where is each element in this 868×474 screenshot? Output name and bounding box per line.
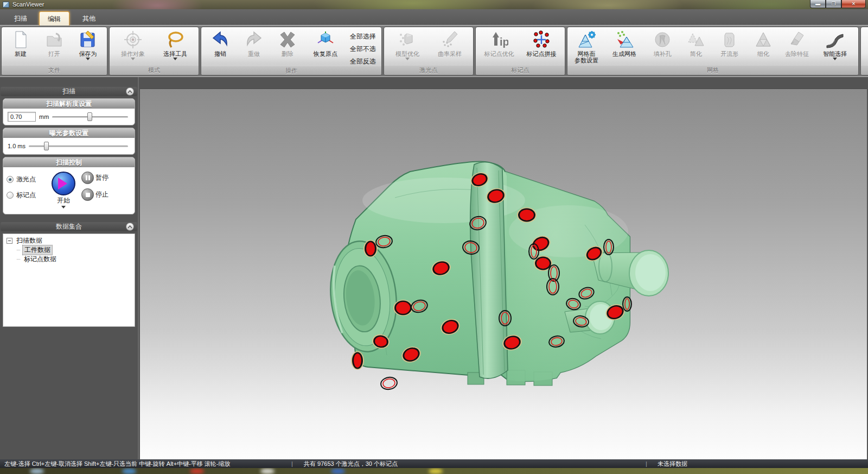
button-label: 删除 <box>282 50 293 57</box>
radio-dot-icon[interactable] <box>7 192 14 199</box>
slider-handle[interactable] <box>87 112 92 121</box>
resolution-title: 扫描解析度设置 <box>3 99 135 109</box>
button-label: 细化 <box>757 50 769 57</box>
model-optimize-button[interactable]: 模型优化 <box>387 29 427 62</box>
maximize-button[interactable]: ❐ <box>826 0 841 8</box>
ribbon-group-caption: 视图 <box>861 66 868 75</box>
tab-edit[interactable]: 编辑 <box>39 11 69 26</box>
tree-root-scan-data[interactable]: 扫描数据 <box>4 236 133 245</box>
ribbon-group-view: 设置 旋转中心 R 重置 旋转中心 1:1 最佳视区 视图 <box>860 27 868 75</box>
delete-button[interactable]: 删除 <box>272 29 303 57</box>
tree-branch-line: ··· <box>16 247 20 253</box>
dropdown-arrow-icon[interactable] <box>61 206 66 211</box>
button-label: 保存为 <box>79 50 97 57</box>
status-separator: | <box>646 459 647 468</box>
pause-label: 暂停 <box>95 173 108 182</box>
ribbon-group-caption: 网格 <box>567 66 858 75</box>
smart-select-button[interactable]: 智能选择 <box>815 29 855 62</box>
deselect-all-button[interactable]: 全部不选 <box>348 45 378 54</box>
open-manifold-button[interactable]: 开流形 <box>714 29 745 57</box>
button-label: 标记点优化 <box>484 50 514 57</box>
status-hint: 左键-选择 Ctrl+左键-取消选择 Shift+左键-只选当前 中键-旋转 A… <box>4 459 231 468</box>
axis-cube-icon <box>316 30 335 49</box>
smart-select-icon <box>825 30 845 49</box>
data-panel-header[interactable]: 数据集合 <box>1 222 137 231</box>
close-button[interactable]: ✕ <box>841 0 866 8</box>
generate-mesh-button[interactable]: 生成网格 <box>604 29 644 57</box>
ribbon: 新建 打开 保存为 文件 <box>0 26 868 77</box>
select-tool-button[interactable]: 选择工具 <box>155 29 195 62</box>
remove-feature-button[interactable]: 去除特征 <box>781 29 813 57</box>
undo-arrow-icon <box>210 30 230 49</box>
curvature-sample-button[interactable]: 曲率采样 <box>430 29 470 57</box>
delete-x-icon <box>278 30 297 49</box>
invert-selection-button[interactable]: 全部反选 <box>348 57 378 66</box>
operation-object-button[interactable]: 操作对象 <box>113 29 153 62</box>
undo-button[interactable]: 撤销 <box>205 29 236 57</box>
exposure-value: 1.0 ms <box>8 143 25 149</box>
mesh-settings-button[interactable]: 网格面 参数设置 <box>571 29 602 64</box>
marker-point[interactable] <box>393 300 413 316</box>
ribbon-tab-strip: 扫描 编辑 其他 <box>0 9 868 26</box>
scanned-model[interactable] <box>326 161 668 390</box>
redo-button[interactable]: 重做 <box>238 29 270 57</box>
marker-optimize-button[interactable]: ip 标记点优化 <box>479 29 519 57</box>
resolution-slider[interactable] <box>52 112 130 122</box>
status-bar: 左键-选择 Ctrl+左键-取消选择 Shift+左键-只选当前 中键-旋转 A… <box>0 459 868 468</box>
dropdown-arrow-icon[interactable] <box>86 58 90 62</box>
title-bar: ScanViewer ▬ ❐ ✕ <box>0 0 868 9</box>
viewport-3d[interactable] <box>140 89 867 459</box>
new-button[interactable]: 新建 <box>5 29 36 57</box>
marker-stitch-button[interactable]: 标记点拼接 <box>521 29 561 57</box>
collapse-chevron-icon[interactable] <box>126 223 134 231</box>
slider-handle[interactable] <box>44 142 49 150</box>
save-as-button[interactable]: 保存为 <box>72 29 104 62</box>
radio-laser-point[interactable]: 激光点 <box>7 175 46 184</box>
stop-label: 停止 <box>95 190 108 199</box>
select-all-button[interactable]: 全部选择 <box>348 32 378 41</box>
tab-scan[interactable]: 扫描 <box>5 11 36 26</box>
tree-item-workpiece-data[interactable]: ··· 工件数据 <box>4 245 133 255</box>
marker-point[interactable] <box>517 207 537 223</box>
start-button[interactable] <box>52 172 75 195</box>
collapse-chevron-icon[interactable] <box>126 87 134 96</box>
button-label: 操作对象 <box>121 50 145 57</box>
status-selection: 未选择数据 <box>658 459 687 468</box>
tree-collapse-icon[interactable] <box>7 238 12 244</box>
stop-icon <box>81 188 94 201</box>
scan-panel-header[interactable]: 扫描 <box>1 87 137 96</box>
marker-point[interactable] <box>351 351 364 370</box>
resolution-unit: mm <box>39 113 49 120</box>
stop-button[interactable]: 停止 <box>81 188 108 201</box>
exposure-slider[interactable] <box>29 141 130 151</box>
simplify-button[interactable]: 简化 <box>680 29 712 57</box>
taskbar-icon-blob <box>260 469 275 474</box>
dropdown-arrow-icon[interactable] <box>405 58 410 62</box>
tab-other[interactable]: 其他 <box>74 11 104 26</box>
minimize-button[interactable]: ▬ <box>810 0 826 8</box>
fill-hole-button[interactable]: 填补孔 <box>647 29 678 57</box>
marker-point[interactable] <box>380 376 398 391</box>
pause-button[interactable]: 暂停 <box>81 172 108 184</box>
open-button[interactable]: 打开 <box>39 29 70 57</box>
ribbon-group-mesh: 网格面 参数设置 生成网格 填补孔 <box>567 27 859 75</box>
dropdown-arrow-icon[interactable] <box>833 58 837 62</box>
restore-origin-button[interactable]: 恢复原点 <box>305 29 346 57</box>
radio-marker-point[interactable]: 标记点 <box>7 191 46 200</box>
button-label: 生成网格 <box>612 50 636 57</box>
marker-point[interactable] <box>363 240 378 257</box>
taskbar-icon-blob <box>122 469 136 474</box>
resolution-input[interactable] <box>8 112 36 122</box>
ribbon-group-caption: 激光点 <box>384 66 473 75</box>
dropdown-arrow-icon[interactable] <box>173 58 177 62</box>
manifold-icon <box>720 30 739 49</box>
lasso-icon <box>165 30 185 49</box>
ribbon-group-caption: 模式 <box>110 66 199 75</box>
refine-button[interactable]: 细化 <box>748 29 779 57</box>
scanned-model-canvas <box>140 89 867 460</box>
tree-item-marker-data[interactable]: ··· 标记点数据 <box>4 255 133 264</box>
desktop-taskbar-sliver <box>0 468 868 474</box>
dropdown-arrow-icon[interactable] <box>131 58 135 62</box>
set-rotation-center-button[interactable]: 设置 旋转中心 <box>864 29 868 64</box>
radio-dot-icon[interactable] <box>7 176 14 183</box>
